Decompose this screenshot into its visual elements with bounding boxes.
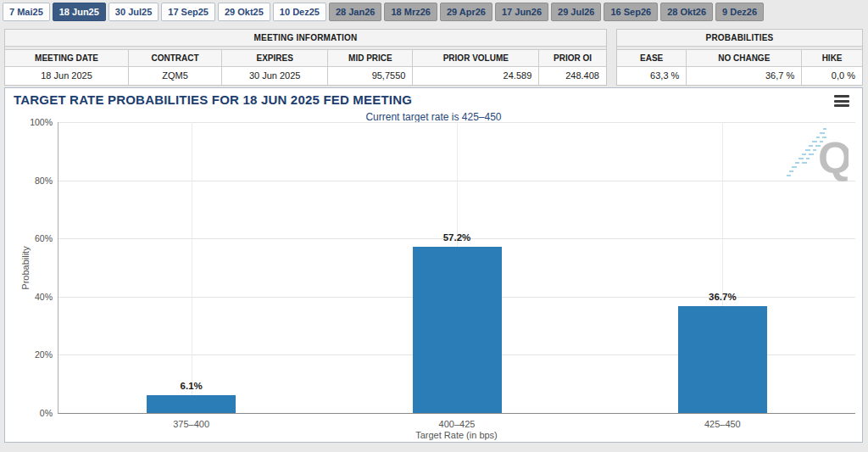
chart-title: TARGET RATE PROBABILITIES FOR 18 JUN 202… — [14, 92, 412, 107]
header-prior-oi: PRIOR OI — [539, 50, 606, 67]
plot-area: 0%20%40%60%80%100%6.1%375–40057.2%400–42… — [58, 122, 855, 414]
x-category-label: 400–425 — [439, 419, 476, 429]
meeting-tab-bar: 7 Mai25 18 Jun25 30 Jul25 17 Sep25 29 Ok… — [3, 3, 764, 21]
tab-9-dez26[interactable]: 9 Dez26 — [715, 3, 764, 21]
header-expires: EXPIRES — [222, 50, 328, 67]
x-axis-title: Target Rate (in bps) — [58, 430, 855, 440]
y-tick-label: 40% — [35, 292, 53, 302]
y-tick-label: 60% — [35, 233, 53, 243]
header-hike: HIKE — [802, 50, 862, 67]
tab-10-dez25[interactable]: 10 Dez25 — [273, 3, 326, 21]
header-no-change: NO CHANGE — [687, 50, 802, 67]
y-axis-title: Probability — [20, 246, 31, 289]
tab-30-jul25[interactable]: 30 Jul25 — [108, 3, 159, 21]
header-contract: CONTRACT — [129, 50, 222, 67]
header-meeting-date: MEETING DATE — [5, 50, 129, 67]
bar-value-label: 36.7% — [709, 292, 737, 302]
value-expires: 30 Jun 2025 — [222, 67, 328, 85]
probabilities-title: PROBABILITIES — [617, 30, 862, 47]
value-ease: 63,3 % — [617, 67, 687, 85]
x-gridline — [192, 122, 192, 413]
value-meeting-date: 18 Jun 2025 — [5, 67, 129, 85]
tab-18-jun25[interactable]: 18 Jun25 — [53, 3, 106, 21]
probability-bar[interactable] — [678, 306, 767, 413]
value-no-change: 36,7 % — [687, 67, 802, 85]
bar-value-label: 6.1% — [181, 381, 203, 391]
probability-bar[interactable] — [413, 247, 502, 413]
tab-29-okt25[interactable]: 29 Okt25 — [218, 3, 270, 21]
y-tick-label: 20% — [35, 349, 53, 360]
y-tick-label: 100% — [30, 117, 53, 127]
tab-17-sep25[interactable]: 17 Sep25 — [161, 3, 215, 21]
probability-bar[interactable] — [147, 395, 236, 413]
value-contract: ZQM5 — [129, 67, 222, 85]
chart-subtitle: Current target rate is 425–450 — [5, 111, 862, 123]
x-category-label: 375–400 — [173, 419, 209, 429]
value-mid-price: 95,7550 — [328, 67, 413, 85]
value-prior-oi: 248.408 — [539, 67, 606, 85]
header-ease: EASE — [617, 50, 687, 67]
meeting-info-header-row: MEETING DATE CONTRACT EXPIRES MID PRICE … — [5, 50, 606, 67]
y-tick-label: 0% — [40, 408, 53, 418]
tab-17-jun26[interactable]: 17 Jun26 — [495, 3, 548, 21]
tab-29-apr26[interactable]: 29 Apr26 — [440, 3, 492, 21]
tab-18-mrz26[interactable]: 18 Mrz26 — [384, 3, 437, 21]
chart-panel: TARGET RATE PROBABILITIES FOR 18 JUN 202… — [4, 87, 863, 443]
watermark-logo-icon: Q — [784, 124, 849, 183]
probabilities-table: PROBABILITIES EASE NO CHANGE HIKE 63,3 %… — [616, 29, 863, 86]
meeting-info-table: MEETING INFORMATION MEETING DATE CONTRAC… — [4, 29, 607, 86]
value-prior-volume: 24.589 — [413, 67, 539, 85]
watermark-letter: Q — [818, 133, 849, 182]
info-tables-row: MEETING INFORMATION MEETING DATE CONTRAC… — [4, 29, 863, 86]
x-category-label: 425–450 — [704, 419, 741, 429]
tab-7-mai25[interactable]: 7 Mai25 — [3, 3, 50, 21]
meeting-info-title: MEETING INFORMATION — [5, 30, 606, 47]
tab-28-okt26[interactable]: 28 Okt26 — [660, 3, 713, 21]
hamburger-menu-icon[interactable] — [834, 95, 849, 107]
tab-16-sep26[interactable]: 16 Sep26 — [604, 3, 658, 21]
meeting-info-data-row: 18 Jun 2025 ZQM5 30 Jun 2025 95,7550 24.… — [5, 67, 606, 85]
tab-28-jan26[interactable]: 28 Jan26 — [329, 3, 381, 21]
tab-29-jul26[interactable]: 29 Jul26 — [551, 3, 601, 21]
header-mid-price: MID PRICE — [328, 50, 413, 67]
y-tick-label: 80% — [35, 176, 53, 186]
value-hike: 0,0 % — [802, 67, 862, 85]
bar-value-label: 57.2% — [443, 232, 471, 243]
probabilities-data-row: 63,3 % 36,7 % 0,0 % — [617, 67, 862, 85]
header-prior-volume: PRIOR VOLUME — [413, 50, 539, 67]
probabilities-header-row: EASE NO CHANGE HIKE — [617, 50, 862, 67]
